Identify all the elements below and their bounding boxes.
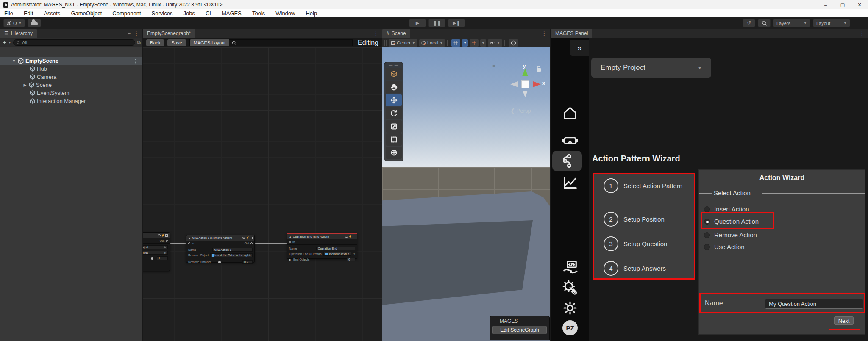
- kebab-menu-icon[interactable]: ⋮: [134, 30, 139, 36]
- search-button[interactable]: [758, 19, 771, 27]
- tree-row-eventsystem[interactable]: EventSystem: [0, 89, 142, 97]
- node-end-action[interactable]: ▲ Operation End (End Action) In Name Ope…: [287, 233, 357, 259]
- menu-assets[interactable]: Assets: [44, 10, 60, 17]
- slider-track[interactable]: [143, 258, 155, 258]
- collapse-icon[interactable]: ▲: [289, 236, 292, 238]
- next-button[interactable]: Next: [834, 316, 854, 325]
- radio-icon[interactable]: [704, 206, 710, 212]
- tree-row-camera[interactable]: Camera: [0, 73, 142, 81]
- action-name-input[interactable]: [765, 299, 863, 309]
- projection-label[interactable]: ❮ Persp: [510, 108, 531, 114]
- sidebar-item-home[interactable]: [551, 105, 589, 121]
- foldout-open-icon[interactable]: ▼: [12, 59, 16, 63]
- object-field-value[interactable]: es_UseObject: [143, 246, 148, 249]
- undo-history-button[interactable]: ↺: [743, 19, 755, 27]
- bolt-icon[interactable]: [349, 235, 351, 238]
- menu-ci[interactable]: CI: [206, 10, 211, 17]
- sidebar-item-analytics[interactable]: [551, 175, 589, 191]
- unlock-icon[interactable]: ⌐: [128, 30, 131, 36]
- sidebar-item-setup-tools[interactable]: [551, 280, 589, 296]
- x-axis-cone[interactable]: [533, 81, 541, 87]
- neg-x-axis-cone[interactable]: [510, 81, 518, 87]
- play-button[interactable]: ▶: [409, 19, 426, 27]
- object-field-value[interactable]: es_UseTarget: [143, 251, 148, 254]
- layers-dropdown[interactable]: Layers▼: [773, 19, 810, 27]
- slider-value[interactable]: 1: [157, 256, 168, 260]
- eye-icon[interactable]: [345, 236, 348, 238]
- rect-tool-button[interactable]: [386, 133, 402, 146]
- camera-preview-toggle[interactable]: [509, 39, 518, 47]
- orientation-dropdown[interactable]: Local ▼: [419, 39, 445, 47]
- project-dropdown[interactable]: Empty Project ▼: [591, 58, 711, 78]
- cloud-button[interactable]: [28, 19, 41, 27]
- snap-toggle[interactable]: [470, 39, 479, 47]
- radio-insert-action[interactable]: Insert Action: [704, 205, 749, 213]
- object-picker-icon[interactable]: ⊗: [164, 251, 166, 255]
- back-button[interactable]: Back: [146, 39, 164, 46]
- menu-jobs[interactable]: Jobs: [183, 10, 195, 17]
- grid-visibility-toggle[interactable]: [451, 39, 460, 47]
- bolt-icon[interactable]: [247, 236, 249, 240]
- tab-scene[interactable]: # Scene: [382, 29, 410, 38]
- menu-mages[interactable]: MAGES: [222, 10, 242, 17]
- overlay-drag-handle[interactable]: ＝: [492, 63, 497, 69]
- in-port[interactable]: [188, 242, 190, 244]
- menu-help[interactable]: Help: [306, 10, 317, 17]
- slider-handle[interactable]: [218, 261, 221, 263]
- layout-dropdown[interactable]: Layout▼: [813, 19, 850, 27]
- tree-row-hub[interactable]: Hub: [0, 65, 142, 73]
- kebab-menu-icon[interactable]: ⋮: [373, 30, 378, 36]
- node-header[interactable]: ▲ Operation End (End Action): [287, 234, 357, 239]
- add-object-button[interactable]: ＋▼: [2, 39, 11, 46]
- menu-gameobject[interactable]: GameObject: [71, 10, 102, 17]
- slider-handle[interactable]: [151, 257, 153, 260]
- toolbar-handle[interactable]: [384, 40, 387, 46]
- tab-hierarchy[interactable]: ☰ Hierarchy: [0, 29, 37, 38]
- z-axis-cone[interactable]: [523, 91, 528, 97]
- object-picker-icon[interactable]: ⊙: [353, 252, 355, 256]
- unlock-icon[interactable]: [536, 65, 542, 72]
- pause-button[interactable]: ❚❚: [428, 19, 445, 27]
- collapse-icon[interactable]: ▲: [188, 237, 191, 239]
- kebab-menu-icon[interactable]: ⋮: [860, 30, 865, 36]
- pivot-mode-dropdown[interactable]: Center ▼: [389, 39, 417, 47]
- transform-tool-button[interactable]: [386, 147, 402, 159]
- out-port[interactable]: [250, 242, 253, 244]
- edit-scenegraph-button[interactable]: Edit SceneGraph: [492, 326, 547, 334]
- slider-track[interactable]: [213, 262, 241, 262]
- object-picker-icon[interactable]: ⊗: [164, 246, 166, 249]
- account-dropdown[interactable]: O ▼: [3, 19, 25, 27]
- node-header[interactable]: [143, 233, 170, 238]
- eye-icon[interactable]: [158, 234, 161, 236]
- radio-remove-action[interactable]: Remove Action: [704, 231, 757, 238]
- grid-options-caret[interactable]: ▼: [462, 39, 468, 47]
- graph-search-input[interactable]: MAGES Layout: [189, 39, 353, 46]
- prefab-icon[interactable]: [353, 236, 355, 238]
- orientation-gizmo[interactable]: y x: [509, 64, 550, 98]
- radio-icon[interactable]: [704, 232, 710, 238]
- name-field[interactable]: Operation End: [316, 247, 355, 250]
- collapse-sidebar-button[interactable]: »: [570, 40, 589, 56]
- object-picker-icon[interactable]: ⊗: [248, 254, 251, 257]
- gizmo-center-cube[interactable]: [521, 80, 529, 88]
- hand-tool-button[interactable]: [386, 81, 402, 93]
- close-button[interactable]: ✕: [851, 0, 868, 9]
- prefab-icon[interactable]: [250, 237, 253, 239]
- object-field-value[interactable]: OperationTextEmpty: [328, 252, 349, 255]
- snap-increment-dropdown[interactable]: ▼: [488, 39, 502, 47]
- menu-edit[interactable]: Edit: [24, 10, 33, 17]
- snap-options-caret[interactable]: ▼: [480, 39, 486, 47]
- node-use-action[interactable]: Out es_UseObject⊗ es_UseTarget⊗ 1: [143, 232, 170, 271]
- radio-use-action[interactable]: Use Action: [704, 243, 745, 250]
- maximize-button[interactable]: ▢: [834, 0, 851, 9]
- palette-drag-handle[interactable]: — —: [386, 64, 402, 67]
- in-port[interactable]: [289, 241, 291, 243]
- hierarchy-search-input[interactable]: All: [13, 39, 136, 46]
- move-tool-button[interactable]: [386, 94, 402, 106]
- menu-file[interactable]: File: [4, 10, 13, 17]
- frame-select-icon[interactable]: ⧉: [137, 39, 141, 45]
- tree-row-root[interactable]: ▼ EmptyScene ⋮: [0, 57, 142, 65]
- tab-scenegraph[interactable]: EmptyScenegraph*: [143, 29, 195, 38]
- tab-mages-panel[interactable]: MAGES Panel: [551, 29, 592, 38]
- sidebar-item-vr[interactable]: [551, 132, 589, 148]
